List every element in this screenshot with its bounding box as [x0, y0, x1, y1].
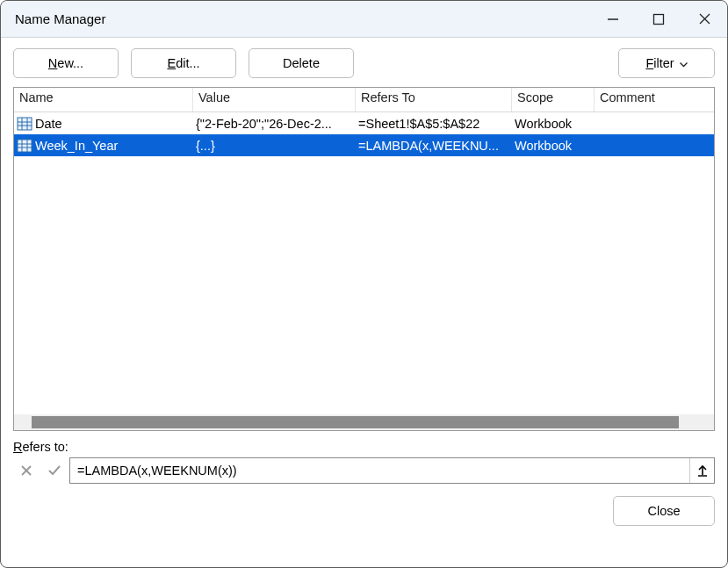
svg-rect-4: [18, 118, 32, 130]
titlebar: Name Manager: [1, 1, 727, 38]
new-button[interactable]: New...: [13, 48, 119, 78]
edit-button-rest: dit...: [176, 56, 199, 70]
row-refers: =Sheet1!$A$5:$A$22: [356, 117, 512, 131]
toolbar: New... Edit... Delete Filter: [13, 48, 715, 78]
collapse-dialog-button[interactable]: [689, 458, 714, 483]
refers-to-label: Refers to:: [13, 440, 715, 454]
row-refers: =LAMBDA(x,WEEKNU...: [356, 139, 512, 153]
chevron-down-icon: [680, 56, 688, 70]
horizontal-scrollbar[interactable]: [14, 414, 714, 430]
refers-to-input[interactable]: [70, 458, 689, 483]
scrollbar-thumb[interactable]: [32, 416, 679, 428]
range-icon: [17, 139, 32, 153]
row-name: Week_In_Year: [35, 139, 118, 153]
col-header-refers[interactable]: Refers To: [356, 88, 512, 111]
svg-rect-9: [18, 140, 32, 152]
commit-edit-button[interactable]: [41, 457, 68, 484]
col-header-value[interactable]: Value: [193, 88, 356, 111]
dialog-footer: Close: [13, 496, 715, 526]
list-header: Name Value Refers To Scope Comment: [14, 88, 714, 112]
filter-button-rest: ilter: [653, 56, 674, 70]
list-row[interactable]: Date{"2-Feb-20";"26-Dec-2...=Sheet1!$A$5…: [14, 112, 714, 134]
check-icon: [47, 464, 62, 478]
scrollbar-track-end: [679, 414, 714, 430]
close-button[interactable]: Close: [613, 496, 715, 526]
cancel-edit-button[interactable]: [13, 457, 40, 484]
close-window-button[interactable]: [681, 1, 727, 38]
svg-rect-1: [654, 14, 664, 24]
window-title: Name Manager: [1, 11, 590, 26]
row-scope: Workbook: [512, 139, 595, 153]
row-name: Date: [35, 117, 62, 131]
name-manager-dialog: Name Manager New... Edit... Delete Filte…: [0, 0, 728, 568]
list-rows: Date{"2-Feb-20";"26-Dec-2...=Sheet1!$A$5…: [14, 112, 714, 414]
col-header-scope[interactable]: Scope: [512, 88, 595, 111]
maximize-button[interactable]: [636, 1, 681, 38]
maximize-icon: [652, 13, 665, 25]
toolbar-spacer: [366, 48, 606, 78]
refers-to-input-wrap: [69, 457, 715, 484]
list-row[interactable]: Week_In_Year{...}=LAMBDA(x,WEEKNU...Work…: [14, 134, 714, 156]
col-header-name[interactable]: Name: [14, 88, 193, 111]
refers-to-label-rest: efers to:: [22, 440, 68, 454]
filter-button[interactable]: Filter: [618, 48, 715, 78]
minimize-button[interactable]: [590, 1, 636, 38]
minimize-icon: [607, 13, 619, 25]
collapse-icon: [696, 464, 709, 477]
row-value: {"2-Feb-20";"26-Dec-2...: [193, 117, 356, 131]
new-button-rest: ew...: [57, 56, 83, 70]
names-list[interactable]: Name Value Refers To Scope Comment Date{…: [13, 87, 715, 431]
range-icon: [17, 117, 32, 131]
col-header-comment[interactable]: Comment: [595, 88, 714, 111]
close-icon: [698, 12, 711, 25]
dialog-body: New... Edit... Delete Filter Name Value …: [1, 38, 727, 567]
row-scope: Workbook: [512, 117, 595, 131]
delete-button[interactable]: Delete: [249, 48, 354, 78]
x-icon: [19, 464, 33, 478]
row-value: {...}: [193, 139, 356, 153]
edit-button[interactable]: Edit...: [131, 48, 236, 78]
refers-to-row: [13, 457, 715, 484]
